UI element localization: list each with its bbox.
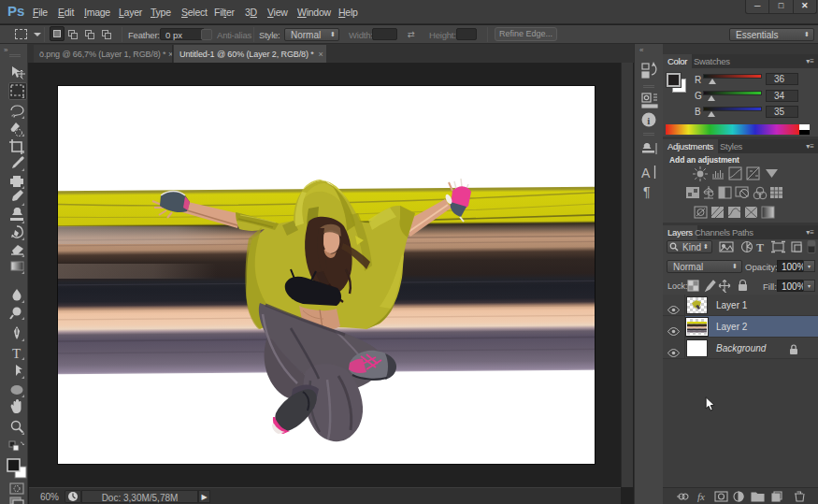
svg-text:T: T <box>12 346 21 361</box>
svg-text:fx: fx <box>697 491 705 502</box>
svg-text:¶: ¶ <box>643 184 651 199</box>
svg-text:A: A <box>641 166 651 180</box>
svg-text:T: T <box>756 241 764 254</box>
svg-text:i: i <box>647 115 650 126</box>
